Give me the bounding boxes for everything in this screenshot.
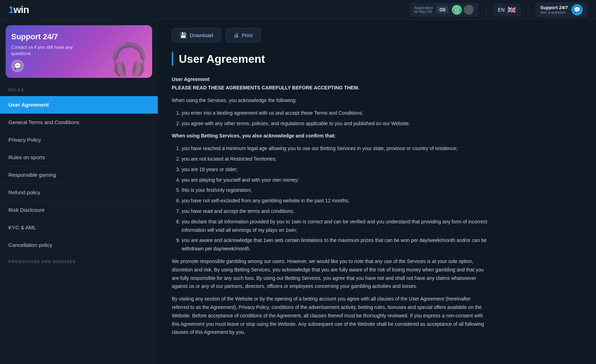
divider2: [528, 5, 528, 15]
download-icon: 💾: [180, 32, 187, 39]
os-badge[interactable]: OS: [436, 6, 448, 14]
header-right: Application for Mac OS OS 🤖 EN 🇬🇧 Suppor…: [409, 2, 588, 18]
bet-item-3: you are 18 years or older;: [182, 166, 487, 174]
toolbar: 💾 Download 🖨 Print: [172, 28, 582, 42]
when-using-text: When using the Services, you acknowledge…: [172, 96, 487, 105]
intro-title: User Agreement: [172, 76, 210, 82]
sidebar-item-privacy-policy[interactable]: Privacy Policy: [0, 131, 158, 149]
bet-item-7: you have read and accept the terms and c…: [182, 207, 487, 216]
header-support-text: Support 24/7 Ask a question: [540, 5, 568, 14]
banner-chat-icon: 💬: [11, 60, 24, 72]
sidebar-item-risk-disclosure[interactable]: Risk Disclosure: [0, 201, 158, 219]
divider: [486, 5, 486, 15]
layout: Support 24/7 Contact us if you still hav…: [0, 20, 596, 364]
responsible-gambling-para: We promote responsible gambling among ou…: [172, 257, 487, 291]
print-icon: 🖨: [233, 32, 239, 39]
platform-icons: 🤖: [452, 5, 474, 15]
logo[interactable]: 1win: [8, 4, 29, 15]
sidebar-item-cancellation-policy[interactable]: Cancellation policy: [0, 236, 158, 254]
bet-item-8: you declare that all information provide…: [182, 218, 487, 235]
support-banner[interactable]: Support 24/7 Contact us if you still hav…: [6, 25, 152, 78]
bet-item-4: you are playing for yourself and with yo…: [182, 176, 487, 184]
header-support-title: Support 24/7: [540, 5, 568, 10]
sidebar-item-refund-policy[interactable]: Refund policy: [0, 184, 158, 201]
ack-item-2: you agree with any other terms, policies…: [182, 120, 487, 128]
download-label: Download: [190, 32, 213, 38]
header-chat-icon[interactable]: 💬: [571, 4, 583, 15]
banner-desc: Contact us if you still have any questio…: [11, 44, 81, 57]
sidebar: Support 24/7 Contact us if you still hav…: [0, 20, 158, 364]
bet-item-5: this is your first/only registration;: [182, 186, 487, 195]
header: 1win Application for Mac OS OS 🤖 EN 🇬🇧: [0, 0, 596, 20]
sidebar-item-user-agreement[interactable]: User Agreement: [0, 96, 158, 114]
warning-text: PLEASE READ THESE AGREEMENTS CAREFULLY B…: [172, 85, 359, 90]
apple-icon[interactable]: [464, 5, 474, 15]
bet-item-2: you are not located at Restricted Territ…: [182, 155, 487, 163]
bet-item-9: you are aware and acknowledge that 1win …: [182, 236, 487, 253]
app-info: Application for Mac OS: [414, 6, 433, 14]
ack-item-1: you enter into a binding agreement with …: [182, 109, 487, 117]
app-sublabel: for Mac OS: [414, 10, 433, 14]
header-support[interactable]: Support 24/7 Ask a question 💬: [535, 2, 588, 18]
app-label: Application: [414, 6, 433, 10]
lang-flag: 🇬🇧: [507, 6, 516, 14]
main-content: 💾 Download 🖨 Print User Agreement User A…: [158, 20, 596, 364]
betting-list: you have reached a minimum legal age all…: [182, 144, 487, 253]
lang-code: EN: [498, 7, 504, 13]
language-selector[interactable]: EN 🇬🇧: [493, 4, 521, 16]
android-icon[interactable]: 🤖: [452, 5, 462, 15]
sidebar-item-responsible-gaming[interactable]: Responsible gaming: [0, 166, 158, 184]
banner-title: Support 24/7: [11, 32, 147, 41]
header-support-sub: Ask a question: [540, 10, 568, 14]
sidebar-item-rules-on-sports[interactable]: Rules on sports: [0, 149, 158, 166]
sidebar-item-kyc-aml[interactable]: KYC & AML: [0, 219, 158, 236]
betting-title: When using Betting Services, you also ac…: [172, 133, 336, 139]
sidebar-item-general-terms[interactable]: General Terms and Conditions: [0, 114, 158, 131]
agreement-para: By visiting any section of the Website o…: [172, 295, 487, 337]
bet-item-1: you have reached a minimum legal age all…: [182, 144, 487, 153]
bet-item-6: you have not self-excluded from any gamb…: [182, 197, 487, 205]
doc-content: User Agreement PLEASE READ THESE AGREEME…: [172, 75, 487, 337]
print-button[interactable]: 🖨 Print: [225, 28, 261, 42]
download-button[interactable]: 💾 Download: [172, 28, 221, 42]
print-label: Print: [242, 32, 253, 38]
rules-section-label: RULES: [0, 85, 158, 95]
promotions-section-label: PROMOTIONS AND BONUSES: [0, 254, 158, 267]
app-section[interactable]: Application for Mac OS OS 🤖: [409, 3, 479, 17]
banner-decoration: 🎧: [109, 41, 149, 78]
page-title: User Agreement: [172, 52, 582, 66]
acknowledgement-list: you enter into a binding agreement with …: [182, 109, 487, 128]
